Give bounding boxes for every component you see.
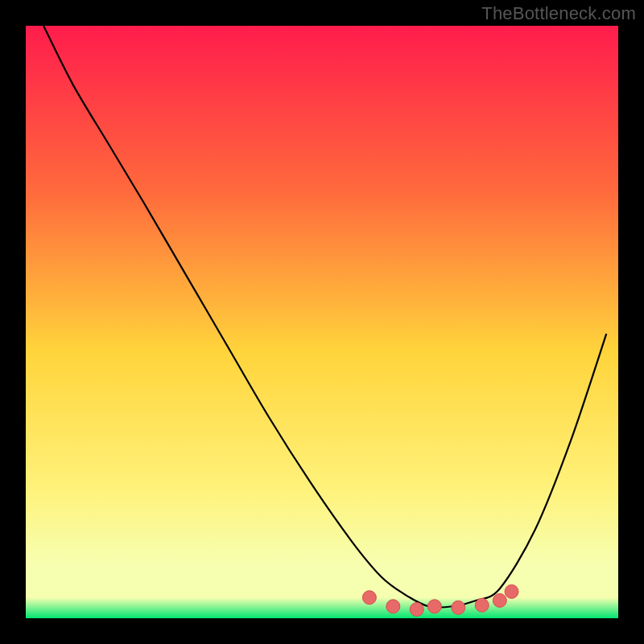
gradient-background bbox=[26, 26, 618, 618]
optimal-marker bbox=[505, 584, 518, 598]
plot-svg bbox=[26, 26, 618, 618]
optimal-marker bbox=[410, 602, 423, 616]
watermark-text: TheBottleneck.com bbox=[481, 3, 636, 24]
optimal-marker bbox=[386, 600, 400, 613]
optimal-marker bbox=[452, 601, 465, 614]
chart-stage: TheBottleneck.com bbox=[0, 0, 644, 644]
plot-area bbox=[26, 26, 618, 618]
optimal-marker bbox=[362, 591, 376, 605]
optimal-marker bbox=[493, 593, 506, 607]
optimal-marker bbox=[475, 598, 489, 612]
optimal-marker bbox=[427, 600, 441, 613]
